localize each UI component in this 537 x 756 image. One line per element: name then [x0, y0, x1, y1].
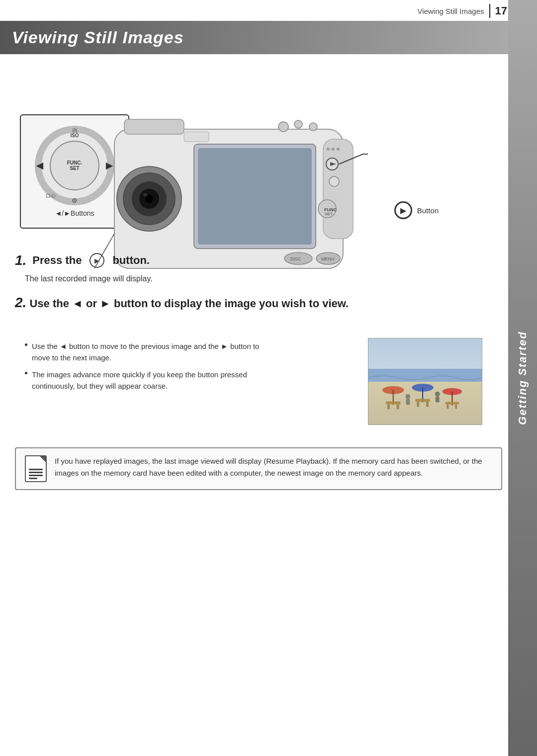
note-line-4 — [29, 478, 37, 479]
svg-point-15 — [329, 176, 339, 186]
step1-number: 1. — [15, 252, 26, 268]
svg-rect-46 — [455, 404, 457, 409]
play-button-label-callout: ▶ Button — [394, 201, 439, 219]
bullet-text-2: The images advance more quickly if you k… — [32, 370, 247, 390]
beach-thumbnail — [368, 338, 482, 425]
step1-text-before: Press the — [32, 254, 82, 267]
svg-point-47 — [405, 394, 410, 399]
section-label: Viewing Still Images — [418, 7, 484, 15]
note-line-3 — [29, 475, 43, 476]
note-box: If you have replayed images, the last im… — [15, 447, 502, 490]
svg-rect-2 — [124, 119, 184, 134]
svg-rect-10 — [198, 148, 312, 245]
svg-rect-50 — [436, 397, 440, 403]
svg-point-12 — [294, 120, 302, 128]
svg-point-8 — [143, 193, 147, 196]
note-text: If you have replayed images, the last im… — [55, 455, 492, 479]
svg-rect-39 — [415, 399, 430, 402]
svg-rect-1 — [323, 139, 353, 239]
bullet-item-2: The images advance more quickly if you k… — [25, 369, 273, 392]
bullet-item-1: Use the ◄ button to move to the previous… — [25, 340, 273, 364]
step1-play-icon: ▶ — [90, 253, 104, 268]
play-btn-text: Button — [417, 206, 439, 215]
svg-rect-35 — [387, 404, 390, 409]
svg-rect-34 — [386, 402, 401, 405]
beach-scene-svg — [368, 338, 482, 424]
note-line-1 — [29, 469, 43, 470]
svg-point-26 — [327, 148, 330, 151]
wheel-bl-icon: 口心 — [46, 192, 56, 199]
bullet-text-1: Use the ◄ button to move to the previous… — [32, 342, 259, 362]
svg-rect-45 — [447, 404, 448, 409]
step1-subtitle: The last recorded image will display. — [25, 274, 153, 283]
svg-rect-41 — [426, 402, 429, 407]
svg-point-49 — [435, 392, 440, 397]
header-divider — [489, 4, 490, 18]
play-btn-icon: ▶ — [394, 201, 412, 219]
svg-rect-44 — [446, 402, 459, 405]
wheel-left-arrow: ◄ — [34, 159, 46, 172]
step2-number: 2. — [15, 295, 26, 310]
svg-rect-40 — [417, 402, 419, 407]
svg-point-27 — [332, 148, 335, 151]
page-header: Viewing Still Images 17 — [418, 0, 507, 22]
right-sidebar: Getting Started — [508, 0, 537, 756]
bullet-area: Use the ◄ button to move to the previous… — [25, 340, 273, 397]
svg-rect-36 — [397, 404, 399, 409]
bullet-dot-2 — [25, 372, 27, 374]
step2-container: 2. Use the ◄ or ► button to display the … — [15, 293, 502, 312]
note-icon-corner — [40, 456, 46, 462]
page-title: Viewing Still Images — [12, 28, 184, 47]
step2-text: Use the ◄ or ► button to display the ima… — [29, 297, 349, 310]
sidebar-label: Getting Started — [516, 331, 529, 425]
step2-header: 2. Use the ◄ or ► button to display the … — [15, 293, 502, 312]
bullet-dot-1 — [25, 343, 27, 346]
svg-text:SET: SET — [325, 212, 333, 216]
step1-container: 1. Press the ▶ button. — [15, 252, 502, 268]
wheel-bottom-icon: ⚙ — [72, 197, 78, 204]
note-icon — [25, 455, 47, 482]
camera-diagram: 自 ISO ◄ ► 口心 ⚙ FUNC. SET ◄/►Buttons — [0, 55, 508, 249]
wheel-iso-label: ISO — [70, 133, 79, 138]
step1-text-after: button. — [112, 254, 150, 267]
beach-image — [368, 338, 482, 424]
svg-point-13 — [309, 123, 317, 131]
svg-point-11 — [278, 122, 288, 132]
note-icon-lines — [29, 469, 43, 479]
page-number: 17 — [495, 4, 507, 17]
wheel-func-label: FUNC. — [67, 160, 83, 166]
svg-point-28 — [337, 148, 340, 151]
wheel-set-label: SET — [70, 166, 79, 171]
page-title-banner: Viewing Still Images — [0, 21, 508, 54]
svg-rect-25 — [184, 132, 209, 142]
svg-rect-48 — [406, 399, 410, 405]
note-line-2 — [29, 472, 43, 473]
